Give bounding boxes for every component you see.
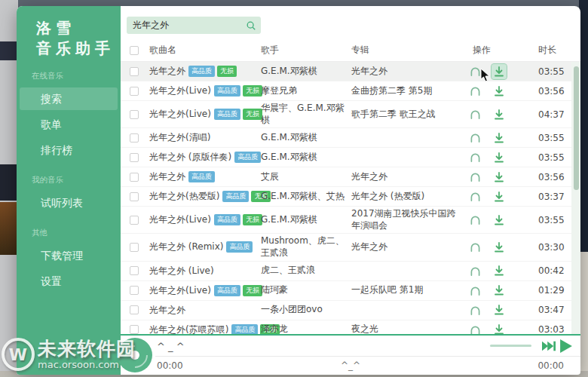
row-checkbox[interactable]: [130, 325, 139, 334]
row-checkbox[interactable]: [130, 192, 139, 201]
album-name: [347, 269, 461, 272]
header-artist: 歌手: [258, 43, 347, 58]
listen-button[interactable]: [467, 107, 482, 122]
song-name: 光年之外(热爱版): [149, 190, 219, 203]
progress-bar[interactable]: [155, 356, 580, 357]
quality-badges: 高品质无损: [188, 66, 237, 77]
row-checkbox[interactable]: [130, 266, 139, 275]
download-button[interactable]: [492, 322, 507, 334]
listen-button[interactable]: [467, 150, 482, 165]
scrollbar-thumb[interactable]: [574, 66, 579, 190]
header-song: 歌曲名: [146, 44, 258, 57]
listen-button[interactable]: [467, 130, 482, 146]
listen-button[interactable]: [467, 84, 482, 99]
table-row[interactable]: 光年之外 (原版伴奏) 高品质 G.E.M.邓紫棋 03:55: [121, 148, 580, 167]
row-checkbox[interactable]: [130, 110, 139, 119]
badge-hq: 高品质: [231, 324, 258, 334]
row-checkbox[interactable]: [130, 153, 139, 162]
duration: 03:55: [525, 152, 571, 163]
download-button[interactable]: [492, 170, 507, 185]
quality-badges: 高品质无损: [214, 214, 262, 225]
album-name: 光年之外 (热爱版): [347, 189, 461, 204]
download-button[interactable]: [492, 84, 507, 99]
badge-hq: 高品质: [214, 285, 240, 296]
table-row[interactable]: 光年之外(苏喂苏喂) 高品质无损 泽亦龙 夜之光 03:03: [121, 320, 580, 334]
table-row[interactable]: 光年之外(Live) 高品质无损 华晨宇、G.E.M.邓紫棋 歌手第二季 歌王之…: [121, 101, 580, 128]
table-row[interactable]: 光年之外(Live) 高品质无损 G.E.M.邓紫棋 2017湖南卫视快乐中国跨…: [121, 207, 580, 234]
duration: 03:03: [525, 324, 571, 334]
sidebar-item-rankings[interactable]: 排行榜: [20, 139, 118, 161]
top-bar: [121, 6, 580, 39]
listen-button[interactable]: [467, 213, 482, 228]
download-button[interactable]: [492, 130, 507, 146]
search-input[interactable]: [127, 20, 246, 31]
download-button[interactable]: [492, 283, 507, 298]
listen-button[interactable]: [467, 263, 482, 278]
row-checkbox[interactable]: [130, 216, 139, 225]
search-icon[interactable]: [246, 20, 261, 31]
listen-button[interactable]: [467, 170, 482, 185]
download-button[interactable]: [492, 107, 507, 122]
volume-slider[interactable]: [490, 345, 531, 347]
table-row[interactable]: 光年之外 (Remix) 高品质 Mushroom、虎二、王贰浪 光年之外 03…: [121, 234, 580, 261]
download-button[interactable]: [492, 302, 507, 317]
duration: 03:47: [525, 305, 571, 315]
duration: 03:55: [525, 215, 571, 225]
artist-name: G.E.M.邓紫棋: [258, 130, 347, 146]
table-row[interactable]: 光年之外 高品质无损 G.E.M.邓紫棋 光年之外 03:55: [121, 62, 580, 81]
table-row[interactable]: 光年之外 高品质 艾辰 光年之外 03:56: [121, 167, 580, 187]
artist-name: 一条小团团ovo: [258, 302, 347, 317]
duration: 03:55: [525, 66, 571, 77]
sidebar-item-playlists[interactable]: 歌单: [20, 113, 118, 136]
row-checkbox[interactable]: [130, 305, 139, 314]
download-button[interactable]: [492, 240, 507, 255]
row-checkbox[interactable]: [130, 173, 139, 182]
artist-name: G.E.M.邓紫棋: [258, 64, 347, 79]
song-name: 光年之外: [149, 170, 185, 183]
section-label-other: 其他: [32, 228, 121, 238]
row-checkbox[interactable]: [130, 243, 139, 252]
badge-hq: 高品质: [234, 152, 261, 163]
table-row[interactable]: 光年之外 (Live) 虎二、王贰浪 00:42: [121, 262, 580, 281]
next-track-button[interactable]: [541, 339, 556, 354]
table-row[interactable]: 光年之外(Live) 高品质无损 陆珂豪 一起乐队吧 第1期 01:29: [121, 281, 580, 301]
table-row[interactable]: 光年之外(热爱版) 高品质无损 G.E.M.邓紫棋、艾热 光年之外 (热爱版) …: [121, 187, 580, 207]
quality-badges: 高品质: [226, 241, 253, 253]
row-checkbox[interactable]: [130, 286, 139, 295]
download-button[interactable]: [492, 263, 507, 278]
download-button[interactable]: [492, 64, 507, 79]
sidebar-item-settings[interactable]: 设置: [20, 270, 118, 293]
song-name: 光年之外: [149, 65, 185, 78]
table-row[interactable]: 光年之外(清唱) G.E.M.邓紫棋 03:55: [121, 128, 580, 148]
download-button[interactable]: [492, 150, 507, 165]
download-button[interactable]: [492, 189, 507, 204]
row-checkbox[interactable]: [130, 133, 139, 143]
listen-button[interactable]: [467, 283, 482, 298]
song-name: 光年之外 (Remix): [149, 241, 223, 253]
sidebar-item-download-manager[interactable]: 下载管理: [20, 244, 118, 267]
row-checkbox[interactable]: [130, 67, 139, 76]
select-all-checkbox[interactable]: [130, 46, 139, 55]
badge-lossless: 无损: [217, 66, 237, 77]
artist-name: G.E.M.邓紫棋: [258, 150, 347, 165]
play-button[interactable]: [559, 339, 574, 354]
logo-line-2: 音乐助手: [36, 38, 121, 59]
listen-button[interactable]: [467, 189, 482, 204]
scrollbar-track[interactable]: [571, 62, 580, 334]
song-name: 光年之外 (Live): [149, 265, 214, 277]
sidebar-item-search[interactable]: 搜索: [20, 87, 118, 110]
app-window: 洛雪 音乐助手 在线音乐 搜索 歌单 排行榜 我的音乐 试听列表 其他 下载管理…: [17, 6, 580, 375]
artist-name: G.E.M.邓紫棋: [258, 213, 347, 228]
table-row[interactable]: 光年之外(Live) 高品质无损 摩登兄弟 金曲捞第二季 第5期 03:56: [121, 81, 580, 101]
row-checkbox[interactable]: [130, 87, 139, 96]
listen-button[interactable]: [467, 240, 482, 255]
listen-button[interactable]: [467, 322, 482, 334]
total-time: 00:00: [537, 360, 564, 371]
download-button[interactable]: [492, 213, 507, 228]
listen-button[interactable]: [467, 302, 482, 317]
listen-button[interactable]: [467, 64, 482, 79]
sidebar-item-listen-list[interactable]: 试听列表: [20, 192, 118, 214]
table-row[interactable]: 光年之外 一条小团团ovo 03:47: [121, 301, 580, 320]
quality-badges: 高品质: [188, 171, 215, 182]
duration: 04:37: [525, 109, 571, 120]
